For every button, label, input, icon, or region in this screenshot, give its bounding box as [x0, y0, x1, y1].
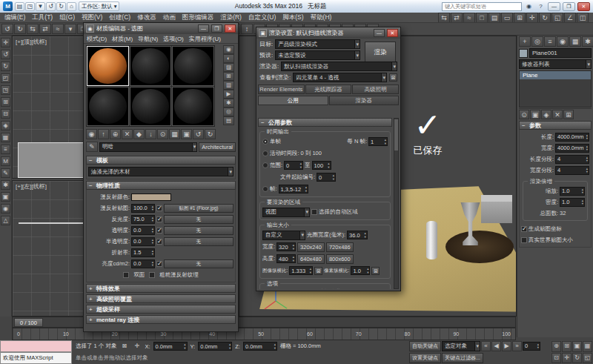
viewport-left-label[interactable]: [+][左][线框] — [16, 182, 47, 191]
workspace-selector[interactable]: 工作区: 默认▾ — [79, 1, 119, 11]
lock-view-icon[interactable]: ⊠ — [389, 73, 397, 82]
select-and-scale-icon[interactable]: ◱ — [551, 13, 563, 23]
left-toolbar-icon[interactable]: ◰ — [1, 73, 10, 83]
menu-item[interactable]: 修改器 — [137, 13, 156, 22]
every-n-spinner[interactable]: 1 — [368, 137, 388, 146]
background-icon[interactable]: ▨ — [223, 63, 234, 72]
show-end-result-icon[interactable]: ▣ — [530, 110, 540, 119]
left-toolbar-icon[interactable]: ◳ — [1, 85, 10, 95]
material-sample-slot[interactable] — [87, 46, 129, 86]
get-material-icon[interactable]: ◉ — [86, 129, 97, 139]
shininess-spinner[interactable]: 75.0 — [131, 215, 155, 224]
view-to-render-dropdown[interactable]: 四元菜单 4 - 透视 — [293, 73, 387, 82]
translucency-map-checkbox[interactable] — [156, 239, 162, 245]
left-toolbar-icon[interactable]: ✱ — [1, 180, 10, 190]
menu-item[interactable]: 动画 — [163, 13, 176, 22]
menu-item[interactable]: 导航(N) — [138, 35, 158, 43]
save-file-icon[interactable]: ▼ — [36, 2, 45, 11]
display-tab-icon[interactable]: ▦ — [569, 36, 581, 47]
key-filters-button[interactable]: 关键点过滤器... — [442, 353, 483, 363]
selection-region-icon[interactable]: ▭ — [501, 13, 513, 23]
material-name-dropdown[interactable]: 明暗 — [99, 142, 197, 152]
sample-tiling-icon[interactable]: ⊞ — [223, 72, 234, 81]
select-and-link-icon[interactable]: ⇆ — [438, 13, 450, 23]
image-aspect-lock-icon[interactable]: ⊠ — [314, 267, 322, 275]
real-world-map-size-checkbox[interactable] — [521, 237, 527, 243]
density-spinner[interactable]: 1.0 — [560, 198, 585, 207]
range-to-spinner[interactable]: 100 — [312, 161, 331, 170]
raw-diffuse-texture-checkbox[interactable] — [149, 272, 155, 278]
assign-to-selection-icon[interactable]: ⊕ — [110, 129, 121, 139]
object-color-swatch[interactable] — [519, 49, 528, 58]
left-toolbar-icon[interactable]: ◉ — [1, 204, 10, 214]
render-setup-tab[interactable]: 渲染器 — [329, 96, 400, 105]
length-segs-spinner[interactable]: 4 — [555, 155, 589, 164]
pin-stack-icon[interactable]: ⊙ — [519, 110, 529, 119]
frames-radio[interactable] — [262, 186, 268, 192]
template-rollout-header[interactable]: −模板 — [86, 156, 236, 165]
coordinate-y-field[interactable]: 0.0mm — [198, 342, 232, 351]
box-object[interactable] — [481, 195, 512, 223]
redo-icon[interactable]: ↻ — [56, 2, 66, 11]
object-name-field[interactable]: Plane001 — [529, 48, 592, 58]
spinner-snap-icon[interactable]: ↕ — [241, 24, 253, 34]
scrollbar[interactable] — [394, 118, 399, 289]
res-640x480-button[interactable]: 640x480 — [297, 254, 325, 264]
set-key-button[interactable]: 设置关键点 — [409, 353, 441, 363]
make-copy-icon[interactable]: ◆ — [133, 129, 145, 139]
selection-filter-icon[interactable]: ▾ — [64, 24, 76, 34]
diffuse-map-checkbox[interactable] — [156, 205, 162, 211]
aperture-spinner[interactable]: 36.0 — [347, 231, 368, 239]
left-toolbar-icon[interactable]: ≡ — [1, 145, 10, 154]
common-parameters-rollout-header[interactable]: −公用参数 — [258, 118, 392, 127]
create-tab-icon[interactable]: + — [519, 36, 531, 47]
collapsed-rollout-header[interactable]: +超级采样 — [86, 305, 236, 314]
luminance-map-button[interactable]: 无 — [164, 259, 233, 268]
minimize-button[interactable]: — — [198, 24, 209, 33]
pan-icon[interactable]: ✛ — [562, 353, 572, 364]
auto-key-button[interactable]: 自动关键点 — [409, 341, 441, 351]
menu-item[interactable]: 材质(M) — [112, 35, 133, 43]
file-start-spinner[interactable]: 0 — [317, 173, 336, 182]
material-editor-titlebar[interactable]: ◉ 材质编辑器 - 选图 — ❐ ✕ — [84, 23, 238, 34]
redo-icon[interactable]: ↻ — [14, 24, 26, 34]
viewport-top-label[interactable]: [+][顶][线框] — [16, 38, 47, 46]
zoom-region-icon[interactable]: ⊡ — [551, 353, 561, 364]
res-320x240-button[interactable]: 320x240 — [297, 242, 325, 252]
undo-icon[interactable]: ↺ — [46, 2, 56, 11]
menu-item[interactable]: 工具(T) — [32, 13, 53, 22]
material-sample-slot[interactable] — [172, 87, 214, 127]
preset-dropdown[interactable]: 未选定预设 — [275, 50, 360, 60]
render-setup-titlebar[interactable]: ▣ 渲染设置: 默认扫描线渲染器 — ✕ — [256, 27, 400, 39]
generate-mapping-coords-checkbox[interactable] — [521, 226, 527, 232]
hierarchy-tab-icon[interactable]: ≡ — [544, 36, 556, 47]
close-button[interactable]: ✕ — [577, 2, 590, 11]
window-crossing-icon[interactable]: ⊞ — [514, 13, 526, 23]
range-from-spinner[interactable]: 0 — [284, 161, 303, 170]
material-type-button[interactable]: Architectural — [199, 142, 236, 152]
zoom-extents-all-icon[interactable]: ▦ — [583, 341, 592, 352]
diffuse-map-amount-spinner[interactable]: 100.0 — [131, 204, 155, 213]
current-frame-field[interactable]: 0 — [523, 342, 540, 351]
select-by-material-icon[interactable]: ◎ — [223, 107, 234, 116]
make-unique-icon[interactable]: ◈ — [541, 110, 551, 119]
menu-item[interactable]: 渲染(R) — [220, 13, 242, 22]
left-toolbar-icon[interactable]: ↺ — [1, 50, 10, 59]
transparency-map-checkbox[interactable] — [156, 228, 162, 234]
material-sample-slot[interactable] — [172, 46, 214, 86]
select-and-move-icon[interactable]: ✛ — [526, 13, 538, 23]
renderer-dropdown[interactable]: 默认扫描线渲染器 — [281, 62, 397, 71]
two-sided-checkbox[interactable] — [123, 272, 129, 278]
pixel-aspect-spinner[interactable]: 1.0 — [351, 266, 370, 275]
menu-item[interactable]: 自定义(U) — [248, 13, 276, 22]
select-by-name-icon[interactable]: ▤ — [488, 13, 500, 23]
go-forward-icon[interactable]: ↻ — [205, 129, 216, 139]
left-toolbar-icon[interactable]: ⊟ — [1, 109, 10, 119]
play-icon[interactable]: ▶ — [502, 341, 511, 351]
collapsed-rollout-header[interactable]: +mental ray 连接 — [86, 315, 236, 324]
modifier-list-dropdown[interactable]: 修改器列表 — [519, 59, 592, 69]
unlink-selection-icon[interactable]: ⇄ — [451, 13, 463, 23]
frames-field[interactable]: 1,3,5-12 — [279, 185, 309, 193]
bind-to-space-warp-icon[interactable]: ≈ — [463, 13, 475, 23]
pick-material-icon[interactable]: ✎ — [86, 142, 98, 152]
